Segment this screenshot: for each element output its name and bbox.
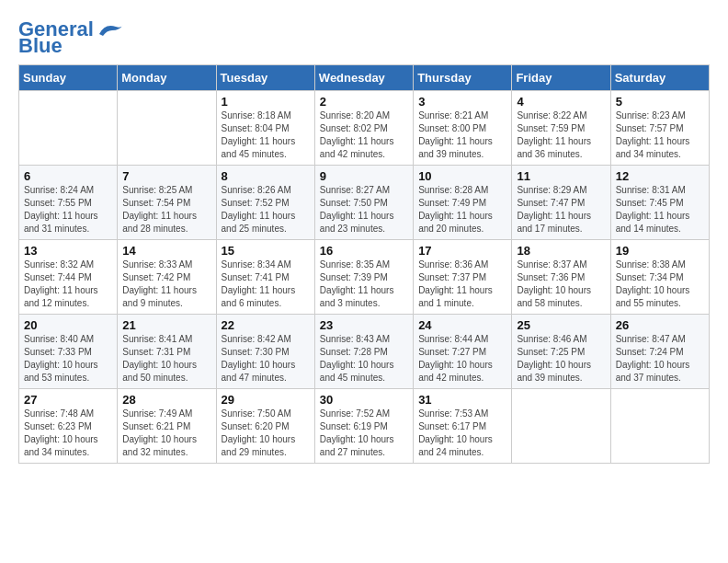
day-info: Sunrise: 8:26 AM Sunset: 7:52 PM Dayligh… xyxy=(222,184,310,236)
calendar-cell: 4Sunrise: 8:22 AM Sunset: 7:59 PM Daylig… xyxy=(512,91,610,166)
calendar-cell xyxy=(610,389,709,464)
day-number: 15 xyxy=(222,244,310,258)
calendar-cell: 31Sunrise: 7:53 AM Sunset: 6:17 PM Dayli… xyxy=(414,389,512,464)
calendar-cell: 29Sunrise: 7:50 AM Sunset: 6:20 PM Dayli… xyxy=(216,389,314,464)
calendar-cell: 7Sunrise: 8:25 AM Sunset: 7:54 PM Daylig… xyxy=(118,166,216,240)
day-info: Sunrise: 8:32 AM Sunset: 7:44 PM Dayligh… xyxy=(24,259,112,310)
calendar-header-wednesday: Wednesday xyxy=(314,65,413,91)
day-number: 1 xyxy=(222,95,310,109)
calendar-cell: 2Sunrise: 8:20 AM Sunset: 8:02 PM Daylig… xyxy=(314,91,413,166)
calendar-header-saturday: Saturday xyxy=(610,65,709,91)
day-info: Sunrise: 8:36 AM Sunset: 7:37 PM Dayligh… xyxy=(418,259,506,310)
calendar-cell: 21Sunrise: 8:41 AM Sunset: 7:31 PM Dayli… xyxy=(118,315,216,389)
day-number: 24 xyxy=(418,318,506,332)
day-info: Sunrise: 8:25 AM Sunset: 7:54 PM Dayligh… xyxy=(122,184,210,236)
day-number: 19 xyxy=(616,244,704,258)
day-number: 5 xyxy=(616,95,704,109)
day-number: 31 xyxy=(418,393,506,407)
calendar-header-monday: Monday xyxy=(118,65,216,91)
day-number: 13 xyxy=(24,244,112,258)
day-info: Sunrise: 8:31 AM Sunset: 7:45 PM Dayligh… xyxy=(616,184,704,236)
calendar-cell: 28Sunrise: 7:49 AM Sunset: 6:21 PM Dayli… xyxy=(118,389,216,464)
day-info: Sunrise: 7:53 AM Sunset: 6:17 PM Dayligh… xyxy=(418,408,506,459)
day-number: 30 xyxy=(320,393,408,407)
day-info: Sunrise: 8:23 AM Sunset: 7:57 PM Dayligh… xyxy=(616,109,704,161)
calendar-cell: 20Sunrise: 8:40 AM Sunset: 7:33 PM Dayli… xyxy=(19,315,118,389)
day-info: Sunrise: 8:24 AM Sunset: 7:55 PM Dayligh… xyxy=(24,184,112,236)
calendar-cell: 1Sunrise: 8:18 AM Sunset: 8:04 PM Daylig… xyxy=(216,91,314,166)
day-info: Sunrise: 8:18 AM Sunset: 8:04 PM Dayligh… xyxy=(222,109,310,161)
calendar-header-thursday: Thursday xyxy=(414,65,512,91)
day-number: 26 xyxy=(616,318,704,332)
calendar-cell: 8Sunrise: 8:26 AM Sunset: 7:52 PM Daylig… xyxy=(216,166,314,240)
day-info: Sunrise: 8:40 AM Sunset: 7:33 PM Dayligh… xyxy=(24,333,112,385)
calendar-cell: 30Sunrise: 7:52 AM Sunset: 6:19 PM Dayli… xyxy=(314,389,413,464)
calendar-cell: 11Sunrise: 8:29 AM Sunset: 7:47 PM Dayli… xyxy=(512,166,610,240)
logo-blue: Blue xyxy=(18,35,63,57)
calendar-cell: 26Sunrise: 8:47 AM Sunset: 7:24 PM Dayli… xyxy=(610,315,709,389)
day-number: 10 xyxy=(418,169,506,183)
calendar-cell: 24Sunrise: 8:44 AM Sunset: 7:27 PM Dayli… xyxy=(414,315,512,389)
calendar-header-friday: Friday xyxy=(512,65,610,91)
calendar-week-row: 20Sunrise: 8:40 AM Sunset: 7:33 PM Dayli… xyxy=(19,315,710,389)
day-info: Sunrise: 8:34 AM Sunset: 7:41 PM Dayligh… xyxy=(222,259,310,310)
calendar-cell: 18Sunrise: 8:37 AM Sunset: 7:36 PM Dayli… xyxy=(512,240,610,315)
day-number: 11 xyxy=(517,169,605,183)
logo-bird-icon xyxy=(96,21,125,40)
calendar-cell: 16Sunrise: 8:35 AM Sunset: 7:39 PM Dayli… xyxy=(314,240,413,315)
header-section: General Blue xyxy=(18,18,710,57)
calendar-week-row: 1Sunrise: 8:18 AM Sunset: 8:04 PM Daylig… xyxy=(19,91,710,166)
calendar-cell: 25Sunrise: 8:46 AM Sunset: 7:25 PM Dayli… xyxy=(512,315,610,389)
day-info: Sunrise: 8:38 AM Sunset: 7:34 PM Dayligh… xyxy=(616,259,704,310)
day-info: Sunrise: 8:47 AM Sunset: 7:24 PM Dayligh… xyxy=(616,333,704,385)
calendar-cell xyxy=(19,91,118,166)
logo-blue-text: Blue xyxy=(18,34,63,57)
day-info: Sunrise: 8:20 AM Sunset: 8:02 PM Dayligh… xyxy=(320,109,408,161)
day-info: Sunrise: 8:22 AM Sunset: 7:59 PM Dayligh… xyxy=(517,109,605,161)
day-number: 6 xyxy=(24,169,112,183)
calendar-cell: 3Sunrise: 8:21 AM Sunset: 8:00 PM Daylig… xyxy=(414,91,512,166)
calendar-cell xyxy=(512,389,610,464)
calendar-week-row: 27Sunrise: 7:48 AM Sunset: 6:23 PM Dayli… xyxy=(19,389,710,464)
calendar-cell: 13Sunrise: 8:32 AM Sunset: 7:44 PM Dayli… xyxy=(19,240,118,315)
calendar-cell: 17Sunrise: 8:36 AM Sunset: 7:37 PM Dayli… xyxy=(414,240,512,315)
day-number: 4 xyxy=(517,95,605,109)
day-info: Sunrise: 8:43 AM Sunset: 7:28 PM Dayligh… xyxy=(320,333,408,385)
calendar-cell: 9Sunrise: 8:27 AM Sunset: 7:50 PM Daylig… xyxy=(314,166,413,240)
day-number: 22 xyxy=(222,318,310,332)
day-info: Sunrise: 8:27 AM Sunset: 7:50 PM Dayligh… xyxy=(320,184,408,236)
day-info: Sunrise: 8:46 AM Sunset: 7:25 PM Dayligh… xyxy=(517,333,605,385)
calendar-cell: 14Sunrise: 8:33 AM Sunset: 7:42 PM Dayli… xyxy=(118,240,216,315)
calendar-table: SundayMondayTuesdayWednesdayThursdayFrid… xyxy=(18,64,710,464)
calendar-cell: 6Sunrise: 8:24 AM Sunset: 7:55 PM Daylig… xyxy=(19,166,118,240)
calendar-cell xyxy=(118,91,216,166)
day-info: Sunrise: 8:37 AM Sunset: 7:36 PM Dayligh… xyxy=(517,259,605,310)
day-number: 20 xyxy=(24,318,112,332)
day-info: Sunrise: 8:21 AM Sunset: 8:00 PM Dayligh… xyxy=(418,109,506,161)
calendar-header-row: SundayMondayTuesdayWednesdayThursdayFrid… xyxy=(19,65,710,91)
calendar-cell: 10Sunrise: 8:28 AM Sunset: 7:49 PM Dayli… xyxy=(414,166,512,240)
day-number: 7 xyxy=(122,169,210,183)
day-info: Sunrise: 8:35 AM Sunset: 7:39 PM Dayligh… xyxy=(320,259,408,310)
calendar-cell: 19Sunrise: 8:38 AM Sunset: 7:34 PM Dayli… xyxy=(610,240,709,315)
day-number: 25 xyxy=(517,318,605,332)
calendar-cell: 12Sunrise: 8:31 AM Sunset: 7:45 PM Dayli… xyxy=(610,166,709,240)
logo: General Blue xyxy=(18,18,125,57)
calendar-cell: 5Sunrise: 8:23 AM Sunset: 7:57 PM Daylig… xyxy=(610,91,709,166)
day-number: 29 xyxy=(222,393,310,407)
day-number: 27 xyxy=(24,393,112,407)
day-number: 23 xyxy=(320,318,408,332)
day-number: 21 xyxy=(122,318,210,332)
calendar-cell: 23Sunrise: 8:43 AM Sunset: 7:28 PM Dayli… xyxy=(314,315,413,389)
calendar-cell: 22Sunrise: 8:42 AM Sunset: 7:30 PM Dayli… xyxy=(216,315,314,389)
calendar-cell: 15Sunrise: 8:34 AM Sunset: 7:41 PM Dayli… xyxy=(216,240,314,315)
day-number: 8 xyxy=(222,169,310,183)
calendar-week-row: 13Sunrise: 8:32 AM Sunset: 7:44 PM Dayli… xyxy=(19,240,710,315)
day-info: Sunrise: 8:28 AM Sunset: 7:49 PM Dayligh… xyxy=(418,184,506,236)
day-info: Sunrise: 8:33 AM Sunset: 7:42 PM Dayligh… xyxy=(122,259,210,310)
day-number: 3 xyxy=(418,95,506,109)
day-number: 18 xyxy=(517,244,605,258)
day-info: Sunrise: 7:48 AM Sunset: 6:23 PM Dayligh… xyxy=(24,408,112,459)
day-number: 12 xyxy=(616,169,704,183)
day-number: 2 xyxy=(320,95,408,109)
